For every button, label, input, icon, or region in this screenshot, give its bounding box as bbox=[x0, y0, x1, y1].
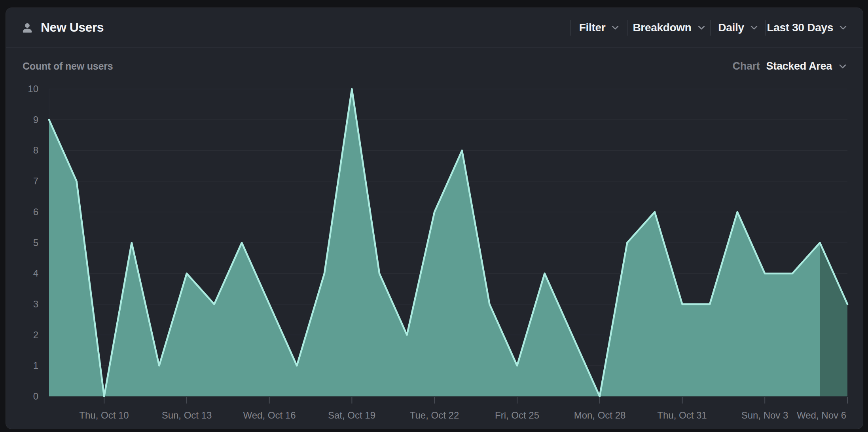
svg-text:3: 3 bbox=[33, 299, 38, 309]
svg-text:1: 1 bbox=[33, 360, 38, 371]
svg-text:2: 2 bbox=[33, 330, 38, 340]
svg-text:4: 4 bbox=[33, 268, 38, 279]
svg-text:7: 7 bbox=[33, 176, 38, 186]
svg-text:5: 5 bbox=[33, 237, 38, 248]
svg-text:9: 9 bbox=[33, 114, 38, 125]
svg-text:10: 10 bbox=[28, 83, 38, 94]
svg-text:8: 8 bbox=[33, 145, 38, 155]
svg-text:0: 0 bbox=[33, 391, 38, 402]
svg-text:6: 6 bbox=[33, 207, 38, 217]
